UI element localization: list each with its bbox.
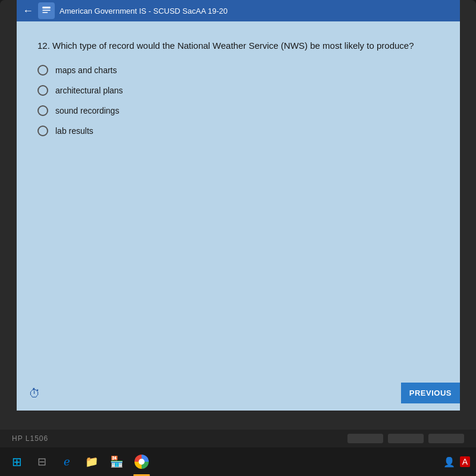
language-icon[interactable]: A: [460, 456, 470, 467]
chrome-button[interactable]: [131, 451, 152, 472]
back-button[interactable]: ←: [23, 5, 33, 17]
explorer-icon: 📁: [85, 455, 98, 468]
radio-opt3[interactable]: [37, 105, 48, 116]
option-item-opt1[interactable]: maps and charts: [37, 65, 439, 76]
option-label-opt1: maps and charts: [55, 65, 117, 75]
taskbar-right: 👤 A: [443, 456, 470, 468]
option-label-opt3: sound recordings: [55, 106, 119, 115]
option-item-opt3[interactable]: sound recordings: [37, 105, 439, 116]
monitor-bottom-bar: HP L1506: [0, 430, 476, 447]
svg-rect-2: [42, 12, 48, 13]
edge-icon: ℯ: [64, 455, 70, 468]
monitor-bezel: ← American Government IS - SCUSD SacAA 1…: [0, 0, 476, 452]
search-taskbar-icon: ⊟: [37, 455, 46, 468]
option-label-opt2: architectural plans: [55, 86, 123, 95]
windows-logo-icon: ⊞: [12, 455, 22, 469]
ctrl-btn-2[interactable]: [388, 434, 424, 443]
header-title: American Government IS - SCUSD SacAA 19-…: [60, 7, 228, 15]
header-bar: ← American Government IS - SCUSD SacAA 1…: [17, 0, 460, 21]
quiz-content: 12. Which type of record would the Natio…: [17, 21, 460, 154]
previous-button[interactable]: PREVIOUS: [401, 383, 460, 403]
radio-opt2[interactable]: [37, 85, 48, 96]
options-list: maps and chartsarchitectural planssound …: [37, 65, 439, 136]
module-icon-svg: [41, 5, 52, 16]
svg-rect-0: [42, 7, 51, 8]
store-button[interactable]: 🏪: [106, 451, 127, 472]
module-icon: [38, 2, 55, 19]
svg-rect-1: [42, 10, 51, 11]
person-icon[interactable]: 👤: [443, 456, 455, 468]
option-item-opt2[interactable]: architectural plans: [37, 85, 439, 96]
question-body-text: Which type of record would the National …: [52, 40, 414, 51]
start-button[interactable]: ⊞: [6, 451, 27, 472]
option-label-opt4: lab results: [55, 126, 93, 136]
screen: ← American Government IS - SCUSD SacAA 1…: [17, 0, 460, 411]
edge-button[interactable]: ℯ: [56, 451, 77, 472]
timer-icon: ⏱: [29, 387, 42, 400]
ctrl-btn-3[interactable]: [428, 434, 464, 443]
hp-label: HP L1506: [12, 434, 48, 443]
question-text: 12. Which type of record would the Natio…: [37, 39, 439, 52]
explorer-button[interactable]: 📁: [81, 451, 102, 472]
option-item-opt4[interactable]: lab results: [37, 126, 439, 136]
chrome-icon: [134, 455, 149, 469]
search-taskbar-button[interactable]: ⊟: [31, 451, 52, 472]
radio-opt4[interactable]: [37, 126, 48, 136]
taskbar: ⊞ ⊟ ℯ 📁 🏪 👤 A: [0, 447, 476, 476]
monitor-controls: [347, 434, 464, 443]
question-number: 12.: [37, 40, 50, 51]
ctrl-btn-1[interactable]: [347, 434, 383, 443]
store-icon: 🏪: [110, 455, 123, 468]
radio-opt1[interactable]: [37, 65, 48, 76]
